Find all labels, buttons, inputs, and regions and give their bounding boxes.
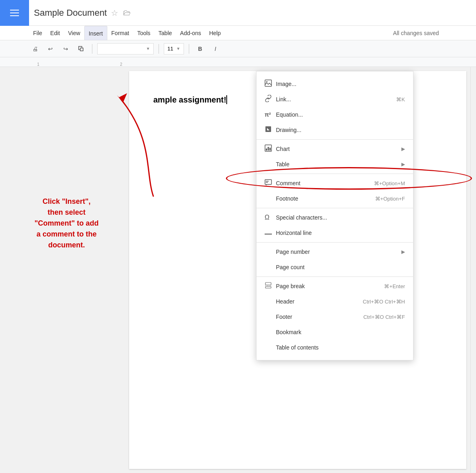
save-status: All changes saved [393, 30, 447, 36]
annotation-text: Click "Insert",then select"Comment" to a… [12, 196, 121, 251]
toolbar-separator-2 [159, 44, 159, 54]
font-selector[interactable]: ▼ [97, 43, 154, 54]
menu-edit[interactable]: Edit [46, 26, 64, 40]
insert-equation-label: Equation... [276, 111, 405, 118]
menu-view[interactable]: View [64, 26, 84, 40]
insert-chart-label: Chart [276, 146, 398, 152]
menu-section-structure: Page break ⌘+Enter Header Ctrl+⌘O Ctrl+⌘… [257, 277, 413, 357]
right-scrollbar[interactable] [470, 67, 476, 473]
chart-icon [265, 144, 276, 153]
hamburger-button[interactable] [0, 0, 29, 26]
insert-chart-item[interactable]: Chart ▶ [257, 141, 413, 157]
menu-section-page: Page number ▶ Page count [257, 243, 413, 277]
left-area: Click "Insert",then select"Comment" to a… [0, 67, 129, 473]
insert-page-break-shortcut: ⌘+Enter [384, 283, 405, 289]
menu-table[interactable]: Table [154, 26, 176, 40]
image-icon [265, 80, 276, 88]
folder-icon[interactable]: 🗁 [123, 8, 131, 17]
menu-file[interactable]: File [29, 26, 46, 40]
insert-header-shortcut: Ctrl+⌘O Ctrl+⌘H [363, 299, 405, 305]
menu-section-chart-table: Chart ▶ Table ▶ [257, 140, 413, 174]
drawing-icon [265, 126, 276, 134]
insert-toc-item[interactable]: Table of contents [257, 340, 413, 355]
svg-marker-2 [117, 95, 126, 107]
insert-equation-item[interactable]: π² Equation... [257, 107, 413, 122]
font-dropdown-arrow: ▼ [146, 46, 150, 51]
insert-special-chars-label: Special characters... [276, 214, 405, 221]
insert-toc-label: Table of contents [276, 344, 405, 351]
insert-bookmark-item[interactable]: Bookmark [257, 324, 413, 340]
svg-rect-9 [269, 148, 271, 151]
undo-button[interactable]: ↩ [44, 43, 56, 55]
insert-bookmark-label: Bookmark [276, 329, 405, 335]
insert-dropdown-menu: Image... Link... ⌘K π² Equation... [256, 71, 413, 360]
insert-special-chars-item[interactable]: Ω Special characters... [257, 210, 413, 225]
chart-arrow-icon: ▶ [401, 146, 405, 152]
menu-insert[interactable]: Insert [84, 26, 107, 40]
toolbar-separator-1 [92, 44, 92, 54]
font-size-value: 11 [167, 46, 173, 52]
svg-rect-14 [265, 283, 271, 285]
insert-image-item[interactable]: Image... [257, 76, 413, 92]
insert-image-label: Image... [276, 81, 405, 87]
svg-rect-7 [266, 149, 267, 151]
redo-button[interactable]: ↪ [60, 43, 72, 55]
insert-footnote-shortcut: ⌘+Option+F [375, 196, 405, 202]
insert-comment-item[interactable]: Comment ⌘+Option+M [257, 176, 413, 191]
ruler: 1 2 [0, 57, 476, 67]
toolbar: 🖨 ↩ ↪ ▼ 11 ▼ B I [0, 40, 476, 57]
insert-footer-label: Footer [276, 314, 363, 320]
link-icon [265, 95, 276, 104]
document-area: ample assignment! Image... Link... ⌘K [129, 71, 466, 469]
insert-table-item[interactable]: Table ▶ [257, 157, 413, 172]
menu-section-comment: Comment ⌘+Option+M Footnote ⌘+Option+F [257, 174, 413, 208]
menu-format[interactable]: Format [107, 26, 133, 40]
insert-comment-shortcut: ⌘+Option+M [374, 180, 405, 186]
insert-header-label: Header [276, 298, 363, 305]
insert-header-item[interactable]: Header Ctrl+⌘O Ctrl+⌘H [257, 294, 413, 309]
paint-format-button[interactable] [75, 43, 87, 55]
font-size-selector[interactable]: 11 ▼ [164, 43, 184, 54]
insert-horizontal-line-item[interactable]: Horizontal line [257, 225, 413, 241]
insert-comment-label: Comment [276, 180, 374, 186]
insert-page-count-label: Page count [276, 264, 405, 270]
horizontal-line-icon [265, 229, 276, 236]
ruler-marks: 1 2 [37, 62, 122, 67]
bold-button[interactable]: B [194, 43, 206, 55]
star-icon[interactable]: ☆ [111, 8, 118, 18]
table-arrow-icon: ▶ [401, 161, 405, 167]
insert-link-item[interactable]: Link... ⌘K [257, 92, 413, 107]
toolbar-separator-3 [189, 44, 189, 54]
insert-table-label: Table [276, 161, 398, 167]
menu-addons[interactable]: Add-ons [176, 26, 205, 40]
top-bar: Sample Document ☆ 🗁 [0, 0, 476, 26]
insert-link-shortcut: ⌘K [396, 96, 405, 103]
menu-help[interactable]: Help [205, 26, 225, 40]
menu-section-special: Ω Special characters... Horizontal line [257, 208, 413, 243]
special-chars-icon: Ω [265, 214, 276, 221]
menu-bar: File Edit View Insert Format Tools Table… [0, 26, 476, 40]
insert-horizontal-line-label: Horizontal line [276, 230, 405, 236]
insert-footnote-label: Footnote [276, 195, 375, 202]
print-button[interactable]: 🖨 [29, 43, 41, 55]
document-text: ample assignment! [153, 95, 226, 104]
insert-page-break-label: Page break [276, 283, 384, 289]
svg-point-4 [266, 81, 267, 82]
page-number-arrow-icon: ▶ [401, 249, 405, 255]
hamburger-icon [10, 10, 19, 16]
insert-footer-shortcut: Ctrl+⌘O Ctrl+⌘F [363, 314, 405, 320]
document-title: Sample Document [34, 8, 107, 18]
svg-rect-16 [265, 287, 271, 288]
insert-drawing-label: Drawing... [276, 127, 405, 133]
insert-footnote-item[interactable]: Footnote ⌘+Option+F [257, 191, 413, 206]
insert-footer-item[interactable]: Footer Ctrl+⌘O Ctrl+⌘F [257, 309, 413, 324]
insert-page-number-item[interactable]: Page number ▶ [257, 244, 413, 260]
italic-button[interactable]: I [209, 43, 221, 55]
insert-page-count-item[interactable]: Page count [257, 260, 413, 275]
menu-section-media: Image... Link... ⌘K π² Equation... [257, 75, 413, 140]
insert-page-break-item[interactable]: Page break ⌘+Enter [257, 278, 413, 294]
insert-drawing-item[interactable]: Drawing... [257, 122, 413, 138]
menu-tools[interactable]: Tools [133, 26, 154, 40]
comment-icon [265, 179, 276, 188]
page-break-icon [265, 282, 276, 291]
